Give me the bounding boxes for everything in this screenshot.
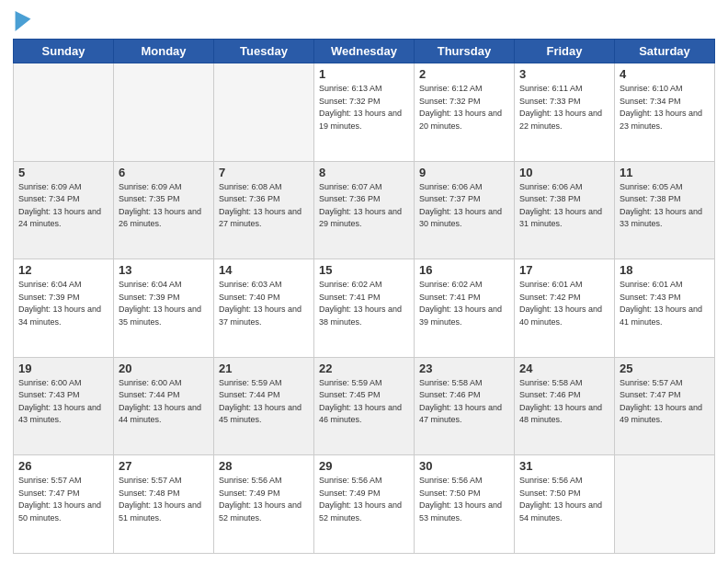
weekday-header-wednesday: Wednesday: [314, 40, 415, 63]
calendar-cell: 23Sunrise: 5:58 AMSunset: 7:46 PMDayligh…: [415, 357, 515, 455]
day-number: 28: [219, 459, 309, 473]
day-number: 20: [119, 362, 209, 375]
day-info: Sunrise: 5:58 AMSunset: 7:46 PMDaylight:…: [419, 377, 509, 427]
logo-icon: [15, 11, 31, 31]
calendar-cell: 21Sunrise: 5:59 AMSunset: 7:44 PMDayligh…: [214, 357, 314, 455]
day-info: Sunrise: 5:56 AMSunset: 7:50 PMDaylight:…: [519, 475, 609, 524]
day-info: Sunrise: 6:02 AMSunset: 7:41 PMDaylight:…: [319, 279, 409, 328]
day-number: 25: [620, 362, 710, 375]
day-number: 19: [18, 362, 108, 375]
day-info: Sunrise: 6:11 AMSunset: 7:33 PMDaylight:…: [519, 83, 609, 132]
calendar-week-row: 26Sunrise: 5:57 AMSunset: 7:47 PMDayligh…: [14, 455, 715, 554]
day-number: 27: [119, 459, 209, 473]
weekday-header-sunday: Sunday: [14, 40, 114, 63]
calendar-cell: 1Sunrise: 6:13 AMSunset: 7:32 PMDaylight…: [314, 63, 415, 162]
day-number: 30: [419, 459, 509, 473]
calendar-cell: [615, 455, 715, 554]
weekday-header-row: SundayMondayTuesdayWednesdayThursdayFrid…: [14, 40, 715, 63]
calendar-cell: 18Sunrise: 6:01 AMSunset: 7:43 PMDayligh…: [615, 259, 715, 358]
calendar-cell: 29Sunrise: 5:56 AMSunset: 7:49 PMDayligh…: [314, 455, 415, 554]
day-info: Sunrise: 6:09 AMSunset: 7:35 PMDaylight:…: [119, 181, 209, 231]
day-info: Sunrise: 6:09 AMSunset: 7:34 PMDaylight:…: [18, 181, 108, 231]
calendar-cell: 10Sunrise: 6:06 AMSunset: 7:38 PMDayligh…: [515, 161, 615, 259]
day-number: 5: [18, 166, 108, 179]
day-number: 16: [419, 263, 509, 277]
day-info: Sunrise: 6:05 AMSunset: 7:38 PMDaylight:…: [620, 181, 710, 231]
calendar-cell: 28Sunrise: 5:56 AMSunset: 7:49 PMDayligh…: [214, 455, 314, 554]
calendar-cell: 2Sunrise: 6:12 AMSunset: 7:32 PMDaylight…: [415, 63, 515, 162]
day-info: Sunrise: 5:56 AMSunset: 7:49 PMDaylight:…: [219, 475, 309, 524]
calendar-week-row: 1Sunrise: 6:13 AMSunset: 7:32 PMDaylight…: [14, 63, 715, 162]
calendar-cell: 6Sunrise: 6:09 AMSunset: 7:35 PMDaylight…: [114, 161, 214, 259]
calendar-cell: 5Sunrise: 6:09 AMSunset: 7:34 PMDaylight…: [14, 161, 114, 259]
weekday-header-monday: Monday: [114, 40, 214, 63]
calendar-cell: 13Sunrise: 6:04 AMSunset: 7:39 PMDayligh…: [114, 259, 214, 358]
day-number: 12: [18, 263, 108, 277]
day-number: 1: [319, 67, 409, 81]
calendar-week-row: 19Sunrise: 6:00 AMSunset: 7:43 PMDayligh…: [14, 357, 715, 455]
day-info: Sunrise: 6:13 AMSunset: 7:32 PMDaylight:…: [319, 83, 409, 132]
day-number: 15: [319, 263, 409, 277]
day-number: 10: [519, 166, 609, 179]
page-header: [13, 9, 715, 31]
day-number: 29: [319, 459, 409, 473]
calendar-cell: 14Sunrise: 6:03 AMSunset: 7:40 PMDayligh…: [214, 259, 314, 358]
day-info: Sunrise: 5:59 AMSunset: 7:44 PMDaylight:…: [219, 377, 309, 427]
weekday-header-tuesday: Tuesday: [214, 40, 314, 63]
calendar-cell: 4Sunrise: 6:10 AMSunset: 7:34 PMDaylight…: [615, 63, 715, 162]
day-info: Sunrise: 6:00 AMSunset: 7:44 PMDaylight:…: [119, 377, 209, 427]
calendar-week-row: 5Sunrise: 6:09 AMSunset: 7:34 PMDaylight…: [14, 161, 715, 259]
day-number: 13: [119, 263, 209, 277]
calendar-cell: 11Sunrise: 6:05 AMSunset: 7:38 PMDayligh…: [615, 161, 715, 259]
day-info: Sunrise: 6:02 AMSunset: 7:41 PMDaylight:…: [419, 279, 509, 328]
calendar-cell: [14, 63, 114, 162]
calendar-cell: 27Sunrise: 5:57 AMSunset: 7:48 PMDayligh…: [114, 455, 214, 554]
weekday-header-friday: Friday: [515, 40, 615, 63]
logo: [13, 13, 31, 31]
calendar-cell: 25Sunrise: 5:57 AMSunset: 7:47 PMDayligh…: [615, 357, 715, 455]
calendar-cell: 8Sunrise: 6:07 AMSunset: 7:36 PMDaylight…: [314, 161, 415, 259]
day-number: 17: [519, 263, 609, 277]
calendar-cell: 31Sunrise: 5:56 AMSunset: 7:50 PMDayligh…: [515, 455, 615, 554]
day-info: Sunrise: 6:04 AMSunset: 7:39 PMDaylight:…: [18, 279, 108, 328]
day-number: 8: [319, 166, 409, 179]
calendar-cell: 24Sunrise: 5:58 AMSunset: 7:46 PMDayligh…: [515, 357, 615, 455]
day-number: 6: [119, 166, 209, 179]
calendar-cell: 17Sunrise: 6:01 AMSunset: 7:42 PMDayligh…: [515, 259, 615, 358]
calendar-cell: 19Sunrise: 6:00 AMSunset: 7:43 PMDayligh…: [14, 357, 114, 455]
day-number: 7: [219, 166, 309, 179]
weekday-header-saturday: Saturday: [615, 40, 715, 63]
day-info: Sunrise: 5:57 AMSunset: 7:47 PMDaylight:…: [18, 475, 108, 524]
day-number: 14: [219, 263, 309, 277]
day-number: 18: [620, 263, 710, 277]
day-info: Sunrise: 6:03 AMSunset: 7:40 PMDaylight:…: [219, 279, 309, 328]
calendar-cell: 22Sunrise: 5:59 AMSunset: 7:45 PMDayligh…: [314, 357, 415, 455]
svg-marker-0: [16, 11, 31, 31]
calendar-cell: 15Sunrise: 6:02 AMSunset: 7:41 PMDayligh…: [314, 259, 415, 358]
calendar-cell: 9Sunrise: 6:06 AMSunset: 7:37 PMDaylight…: [415, 161, 515, 259]
day-info: Sunrise: 6:10 AMSunset: 7:34 PMDaylight:…: [620, 83, 710, 132]
calendar-cell: 3Sunrise: 6:11 AMSunset: 7:33 PMDaylight…: [515, 63, 615, 162]
day-number: 4: [620, 67, 710, 81]
calendar-cell: 30Sunrise: 5:56 AMSunset: 7:50 PMDayligh…: [415, 455, 515, 554]
calendar-page: SundayMondayTuesdayWednesdayThursdayFrid…: [0, 0, 728, 563]
day-info: Sunrise: 6:12 AMSunset: 7:32 PMDaylight:…: [419, 83, 509, 132]
calendar-cell: 7Sunrise: 6:08 AMSunset: 7:36 PMDaylight…: [214, 161, 314, 259]
calendar-cell: [114, 63, 214, 162]
day-number: 9: [419, 166, 509, 179]
weekday-header-thursday: Thursday: [415, 40, 515, 63]
calendar-week-row: 12Sunrise: 6:04 AMSunset: 7:39 PMDayligh…: [14, 259, 715, 358]
day-info: Sunrise: 6:01 AMSunset: 7:43 PMDaylight:…: [620, 279, 710, 328]
calendar-cell: 12Sunrise: 6:04 AMSunset: 7:39 PMDayligh…: [14, 259, 114, 358]
day-info: Sunrise: 6:06 AMSunset: 7:37 PMDaylight:…: [419, 181, 509, 231]
day-info: Sunrise: 6:08 AMSunset: 7:36 PMDaylight:…: [219, 181, 309, 231]
day-number: 2: [419, 67, 509, 81]
day-info: Sunrise: 5:56 AMSunset: 7:49 PMDaylight:…: [319, 475, 409, 524]
calendar-table: SundayMondayTuesdayWednesdayThursdayFrid…: [13, 39, 715, 554]
day-info: Sunrise: 6:06 AMSunset: 7:38 PMDaylight:…: [519, 181, 609, 231]
day-number: 23: [419, 362, 509, 375]
calendar-cell: 20Sunrise: 6:00 AMSunset: 7:44 PMDayligh…: [114, 357, 214, 455]
day-info: Sunrise: 5:57 AMSunset: 7:47 PMDaylight:…: [620, 377, 710, 427]
day-info: Sunrise: 6:04 AMSunset: 7:39 PMDaylight:…: [119, 279, 209, 328]
calendar-cell: 16Sunrise: 6:02 AMSunset: 7:41 PMDayligh…: [415, 259, 515, 358]
